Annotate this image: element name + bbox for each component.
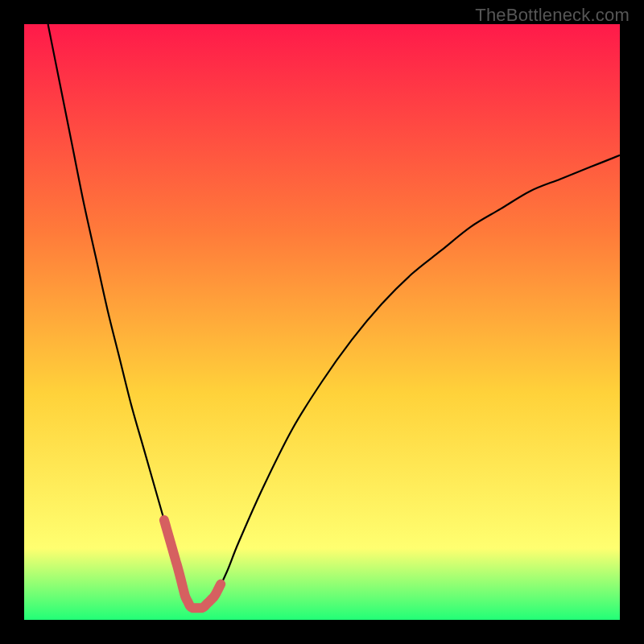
chart-frame: TheBottleneck.com: [0, 0, 644, 644]
watermark-text: TheBottleneck.com: [475, 5, 630, 26]
bottleneck-chart: [24, 24, 620, 620]
gradient-background: [24, 24, 620, 620]
